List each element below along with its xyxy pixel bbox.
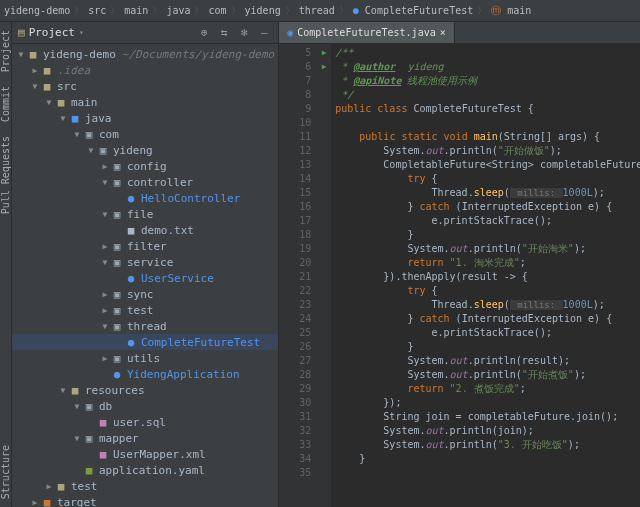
- tree-item-label: src: [57, 80, 77, 93]
- breadcrumb-item[interactable]: thread: [299, 5, 335, 16]
- txt-icon: ■: [124, 224, 138, 237]
- tree-item-usermapper-xml[interactable]: ■UserMapper.xml: [12, 446, 278, 462]
- breadcrumb: yideng-demo〉src〉main〉java〉com〉yideng〉thr…: [0, 0, 640, 22]
- run-icon[interactable]: ▶: [317, 60, 331, 74]
- chevron-right-icon[interactable]: ▶: [100, 306, 110, 315]
- chevron-down-icon[interactable]: ▼: [72, 130, 82, 139]
- breadcrumb-item[interactable]: src: [88, 5, 106, 16]
- tab-project[interactable]: Project: [0, 30, 11, 72]
- tree-item-test[interactable]: ▶■test: [12, 478, 278, 494]
- chevron-down-icon[interactable]: ▼: [44, 98, 54, 107]
- chevron-right-icon[interactable]: ▶: [44, 482, 54, 491]
- chevron-down-icon[interactable]: ▼: [58, 386, 68, 395]
- chevron-right-icon[interactable]: ▶: [100, 290, 110, 299]
- code-editor[interactable]: 5678910111213141516171819202122232425262…: [279, 44, 640, 507]
- chevron-right-icon[interactable]: ▶: [100, 162, 110, 171]
- close-icon[interactable]: ×: [440, 27, 446, 38]
- pkg-icon: ▣: [110, 160, 124, 173]
- chevron-down-icon[interactable]: ▼: [58, 114, 68, 123]
- tree-item-file[interactable]: ▼▣file: [12, 206, 278, 222]
- chevron-right-icon[interactable]: ▶: [30, 498, 40, 507]
- pkg-icon: ▣: [110, 208, 124, 221]
- chevron-right-icon[interactable]: ▶: [100, 242, 110, 251]
- tree-item-label: java: [85, 112, 112, 125]
- tree-item-userservice[interactable]: ●UserService: [12, 270, 278, 286]
- code-area[interactable]: /** * @author yideng * @apiNote 线程池使用示例 …: [331, 44, 640, 507]
- tree-item-filter[interactable]: ▶▣filter: [12, 238, 278, 254]
- tree-item-config[interactable]: ▶▣config: [12, 158, 278, 174]
- folder-icon: ■: [68, 112, 82, 125]
- java-icon: ●: [124, 336, 138, 349]
- project-tree[interactable]: ▼■yideng-demo~/Documents/yideng-demo▶■.i…: [12, 44, 278, 507]
- expand-icon[interactable]: ⇆: [216, 25, 232, 41]
- chevron-down-icon[interactable]: ▼: [16, 50, 26, 59]
- run-icon[interactable]: ▶: [317, 46, 331, 60]
- target-icon[interactable]: ⊕: [196, 25, 212, 41]
- tree-item--idea[interactable]: ▶■.idea: [12, 62, 278, 78]
- tree-item-com[interactable]: ▼▣com: [12, 126, 278, 142]
- tree-item-test[interactable]: ▶▣test: [12, 302, 278, 318]
- tree-item-resources[interactable]: ▼■resources: [12, 382, 278, 398]
- chevron-right-icon[interactable]: ▶: [100, 354, 110, 363]
- breadcrumb-item[interactable]: main: [124, 5, 148, 16]
- tree-item-user-sql[interactable]: ■user.sql: [12, 414, 278, 430]
- tree-item-mapper[interactable]: ▼▣mapper: [12, 430, 278, 446]
- tree-item-hellocontroller[interactable]: ●HelloController: [12, 190, 278, 206]
- chevron-down-icon[interactable]: ▼: [100, 258, 110, 267]
- tree-item-label: utils: [127, 352, 160, 365]
- chevron-right-icon[interactable]: ▶: [30, 66, 40, 75]
- chevron-down-icon[interactable]: ▼: [86, 146, 96, 155]
- tree-item-thread[interactable]: ▼▣thread: [12, 318, 278, 334]
- folder-open-icon: ■: [26, 48, 40, 61]
- tree-item-demo-txt[interactable]: ■demo.txt: [12, 222, 278, 238]
- tree-item-service[interactable]: ▼▣service: [12, 254, 278, 270]
- chevron-down-icon[interactable]: ▼: [30, 82, 40, 91]
- tree-item-sync[interactable]: ▶▣sync: [12, 286, 278, 302]
- breadcrumb-item[interactable]: yideng: [245, 5, 281, 16]
- breadcrumb-item[interactable]: yideng-demo: [4, 5, 70, 16]
- tree-item-label: filter: [127, 240, 167, 253]
- tab-structure[interactable]: Structure: [0, 445, 11, 499]
- run-gutter[interactable]: ▶▶: [317, 44, 331, 507]
- tree-item-label: com: [99, 128, 119, 141]
- tree-item-yideng[interactable]: ▼▣yideng: [12, 142, 278, 158]
- pkg-icon: ▣: [110, 176, 124, 189]
- pkg-icon: ▣: [82, 128, 96, 141]
- tree-item-db[interactable]: ▼▣db: [12, 398, 278, 414]
- project-panel: ▤ Project ▾ ⊕ ⇆ ✻ — ▼■yideng-demo~/Docum…: [12, 22, 279, 507]
- yaml-icon: ■: [82, 464, 96, 477]
- chevron-down-icon[interactable]: ▼: [72, 434, 82, 443]
- tab-commit[interactable]: Commit: [0, 86, 11, 122]
- panel-title: Project: [29, 26, 75, 39]
- breadcrumb-item[interactable]: java: [166, 5, 190, 16]
- editor-tab-active[interactable]: ◉ CompleteFutureTest.java ×: [279, 22, 455, 43]
- tree-item-utils[interactable]: ▶▣utils: [12, 350, 278, 366]
- chevron-down-icon[interactable]: ▼: [72, 402, 82, 411]
- breadcrumb-item[interactable]: com: [208, 5, 226, 16]
- breadcrumb-item[interactable]: ● CompleteFutureTest: [353, 5, 473, 16]
- tree-item-target[interactable]: ▶■target: [12, 494, 278, 507]
- folder-icon: ■: [54, 480, 68, 493]
- hide-icon[interactable]: —: [256, 25, 272, 41]
- folder-icon: ▤: [18, 26, 25, 39]
- tree-item-label: test: [127, 304, 154, 317]
- gear-icon[interactable]: ✻: [236, 25, 252, 41]
- chevron-down-icon[interactable]: ▾: [79, 28, 84, 37]
- breadcrumb-item[interactable]: ⓜ main: [491, 4, 531, 18]
- chevron-down-icon[interactable]: ▼: [100, 322, 110, 331]
- tree-item-src[interactable]: ▼■src: [12, 78, 278, 94]
- tree-item-label: UserService: [141, 272, 214, 285]
- pkg-icon: ▣: [110, 240, 124, 253]
- chevron-down-icon[interactable]: ▼: [100, 210, 110, 219]
- chevron-down-icon[interactable]: ▼: [100, 178, 110, 187]
- tree-item-yidengapplication[interactable]: ●YidengApplication: [12, 366, 278, 382]
- tab-pull-requests[interactable]: Pull Requests: [0, 136, 11, 214]
- folder-icon: ■: [40, 80, 54, 93]
- tree-item-java[interactable]: ▼■java: [12, 110, 278, 126]
- tree-item-application-yaml[interactable]: ■application.yaml: [12, 462, 278, 478]
- tree-item-yideng-demo[interactable]: ▼■yideng-demo~/Documents/yideng-demo: [12, 46, 278, 62]
- tree-item-controller[interactable]: ▼▣controller: [12, 174, 278, 190]
- tree-item-main[interactable]: ▼■main: [12, 94, 278, 110]
- java-icon: ●: [124, 272, 138, 285]
- tree-item-completefuturetest[interactable]: ●CompleteFutureTest: [12, 334, 278, 350]
